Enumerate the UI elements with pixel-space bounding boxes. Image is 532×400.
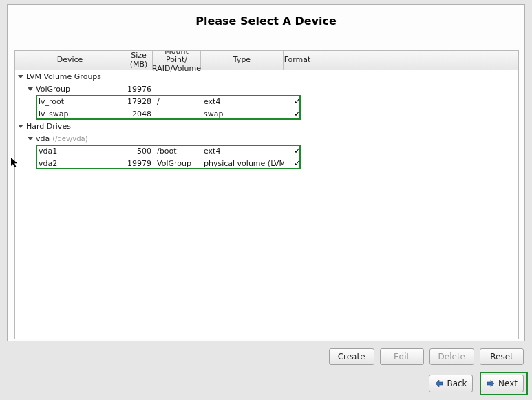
col-format[interactable]: Format: [284, 51, 311, 70]
reset-button[interactable]: Reset: [480, 348, 524, 365]
volgroup-size: 19976: [125, 85, 153, 94]
table-body: LVM Volume Groups VolGroup 19976 lv_root…: [15, 70, 518, 169]
delete-button[interactable]: Delete: [429, 348, 474, 365]
edit-button[interactable]: Edit: [380, 348, 424, 365]
device-size: 500: [125, 147, 153, 156]
chevron-down-icon[interactable]: [18, 125, 23, 128]
device-name: lv_swap: [15, 109, 125, 118]
device-type: ext4: [201, 97, 284, 106]
device-type: ext4: [201, 147, 284, 156]
col-type[interactable]: Type: [201, 51, 284, 70]
col-mount[interactable]: Mount Point/ RAID/Volume: [153, 51, 201, 70]
group-row-harddrives[interactable]: Hard Drives: [15, 120, 518, 132]
check-icon: [294, 109, 301, 118]
device-name: lv_root: [15, 97, 125, 106]
next-button[interactable]: Next: [480, 375, 524, 392]
partitioning-panel: Please Select A Device Device Size (MB) …: [7, 4, 525, 341]
volgroup-name: VolGroup: [36, 85, 70, 94]
next-label: Next: [498, 379, 518, 388]
back-label: Back: [447, 379, 467, 388]
device-type: swap: [201, 109, 284, 118]
table-header: Device Size (MB) Mount Point/ RAID/Volum…: [15, 51, 518, 70]
nav-buttons: Back Next: [429, 375, 524, 392]
device-size: 17928: [125, 97, 153, 106]
back-button[interactable]: Back: [429, 375, 473, 392]
device-table: Device Size (MB) Mount Point/ RAID/Volum…: [14, 50, 519, 339]
table-row[interactable]: lv_swap 2048 swap: [15, 107, 518, 120]
table-row[interactable]: vda2 19979 VolGroup physical volume (LVM…: [15, 157, 518, 169]
create-button[interactable]: Create: [329, 348, 374, 365]
chevron-down-icon[interactable]: [18, 75, 23, 78]
device-size: 19979: [125, 159, 153, 168]
check-icon: [294, 147, 301, 156]
volgroup-row[interactable]: VolGroup 19976: [15, 83, 518, 95]
disk-path-hint: (/dev/vda): [52, 135, 87, 143]
disk-name: vda: [36, 134, 50, 143]
table-row[interactable]: vda1 500 /boot ext4: [15, 145, 518, 157]
check-icon: [294, 97, 301, 106]
page-title: Please Select A Device: [8, 5, 524, 39]
device-size: 2048: [125, 109, 153, 118]
disk-row[interactable]: vda (/dev/vda): [15, 132, 518, 145]
group-label: Hard Drives: [26, 122, 71, 131]
device-name: vda2: [15, 159, 125, 168]
col-device[interactable]: Device: [15, 51, 125, 70]
check-icon: [294, 159, 301, 168]
col-size[interactable]: Size (MB): [125, 51, 153, 70]
table-row[interactable]: lv_root 17928 / ext4: [15, 95, 518, 107]
table-actions: Create Edit Delete Reset: [329, 348, 524, 365]
chevron-down-icon[interactable]: [28, 87, 33, 91]
group-row-lvm[interactable]: LVM Volume Groups: [15, 70, 518, 83]
arrow-right-icon: [486, 379, 496, 388]
chevron-down-icon[interactable]: [28, 137, 33, 140]
device-mount: /: [153, 97, 201, 106]
device-mount: /boot: [153, 147, 201, 156]
device-type: physical volume (LVM): [201, 159, 284, 168]
arrow-left-icon: [434, 379, 444, 388]
device-mount: VolGroup: [153, 159, 201, 168]
device-name: vda1: [15, 147, 125, 156]
group-label: LVM Volume Groups: [26, 72, 101, 81]
